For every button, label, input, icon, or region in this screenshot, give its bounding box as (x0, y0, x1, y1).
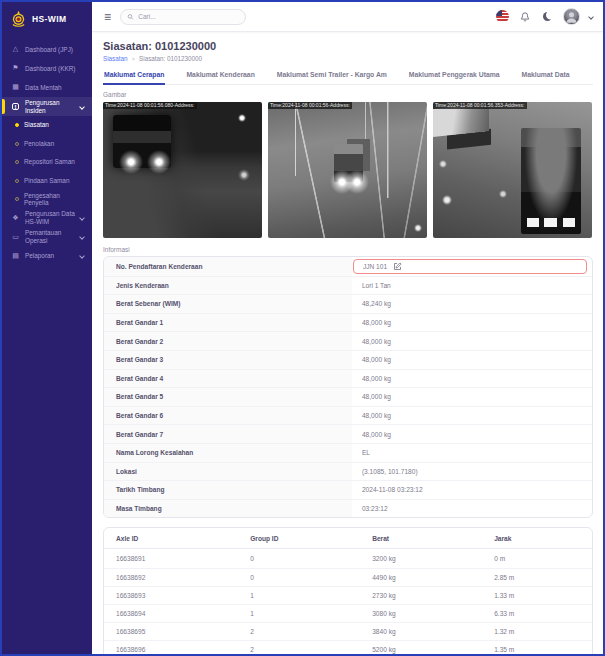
sidebar-item[interactable]: Siasatan (2, 116, 92, 135)
sidebar-item[interactable]: ❖ Pengurusan Data HS-WIM (2, 209, 92, 228)
sidebar-item-label: Dashboard (KKR) (25, 65, 86, 73)
cell-group-id: 1 (238, 610, 360, 617)
cctv-image-front[interactable]: Time:2024-11-08 00:01:56.080-Address: (103, 102, 262, 238)
chevron-down-icon (79, 234, 85, 240)
info-value: 03:23:12 (352, 500, 592, 518)
sidebar-item[interactable]: Penolakan (2, 135, 92, 154)
breadcrumb-link[interactable]: Siasatan (103, 55, 128, 62)
info-value-text: 48,000 kg (362, 319, 391, 326)
sidebar-item-label: Dashboard (JPJ) (25, 46, 86, 54)
info-value-text: JJN 101 (363, 263, 387, 270)
sidebar-item[interactable]: △ Dashboard (JPJ) (2, 40, 92, 59)
chevron-down-icon (79, 253, 85, 259)
info-label: Berat Gandar 4 (104, 370, 352, 388)
tab[interactable]: Maklumat Kenderaan (185, 71, 255, 84)
sidebar-item-label: Pengurusan Data HS-WIM (25, 210, 75, 225)
search-box[interactable] (120, 9, 246, 25)
sidebar-item-label: Pindaan Saman (24, 177, 86, 185)
breadcrumb-separator: > (132, 56, 136, 62)
sidebar-nav: △ Dashboard (JPJ) ⚑ Dashboard (KKR) ▦ Da… (2, 40, 92, 266)
info-label: Masa Timbang (104, 500, 352, 518)
image-gallery: Time:2024-11-08 00:01:56.080-Address: Ti… (103, 102, 593, 238)
avatar[interactable] (563, 8, 580, 25)
info-row: Jenis Kenderaan Lori 1 Tan (104, 276, 592, 295)
cell-jarak: 1.32 m (482, 628, 592, 635)
info-label: Berat Sebenar (WIM) (104, 295, 352, 313)
caret-down-icon[interactable] (588, 14, 594, 20)
table-row: 16638691 0 3200 kg 0 m (104, 549, 592, 567)
cell-group-id: 2 (238, 628, 360, 635)
sidebar-item[interactable]: ▦ Data Mentah (2, 78, 92, 97)
bell-icon[interactable] (517, 9, 532, 24)
person-icon (564, 9, 579, 24)
info-value-text: 48,000 kg (362, 393, 391, 400)
cctv-image-road[interactable]: Time:2024-11-08 00:01:56-Address: (268, 102, 427, 238)
info-value: 48,000 kg (352, 332, 592, 350)
table-row: 16638694 1 3080 kg 6.33 m (104, 604, 592, 622)
sidebar-item-label: Repositori Saman (24, 158, 86, 166)
informasi-section-label: Informasi (103, 246, 593, 253)
info-label: Berat Gandar 7 (104, 425, 352, 443)
tab[interactable]: Maklumat Penggerak Utama (408, 71, 501, 84)
cell-berat: 4490 kg (360, 574, 482, 581)
image-timestamp: Time:2024-11-08 00:01:56.080-Address: (103, 102, 197, 109)
us-flag-icon[interactable] (496, 10, 509, 23)
sidebar: HS-WIM △ Dashboard (JPJ) ⚑ Dashboard (KK… (2, 2, 92, 654)
info-label: Berat Gandar 3 (104, 351, 352, 369)
bullet-dot-icon (15, 142, 19, 146)
sidebar-item[interactable]: Pindaan Saman (2, 172, 92, 191)
info-row: Tarikh Timbang 2024-11-08 03:23:12 (104, 480, 592, 499)
brand: HS-WIM (2, 2, 92, 34)
info-row: Masa Timbang 03:23:12 (104, 499, 592, 518)
info-value-text: 48,000 kg (362, 338, 391, 345)
info-value-text: EL (362, 449, 370, 456)
info-label: Nama Lorong Kesalahan (104, 444, 352, 462)
sidebar-item-label: Pengurusan Insiden (25, 99, 75, 114)
info-label: Lokasi (104, 463, 352, 481)
cell-berat: 3080 kg (360, 610, 482, 617)
hamburger-icon[interactable]: ≡ (104, 11, 111, 23)
axle-table-header: Axle ID Group ID Berat Jarak (104, 528, 592, 549)
cctv-image-rear[interactable]: Time:2024-11-08 00:01:56.353-Address: (433, 102, 592, 238)
sidebar-item[interactable]: ▤ Pelaporan (2, 247, 92, 266)
info-row: Berat Gandar 1 48,000 kg (104, 313, 592, 332)
cell-axle-id: 16638691 (104, 555, 238, 562)
info-value-text: 48,000 kg (362, 356, 391, 363)
moon-icon[interactable] (540, 9, 555, 24)
cell-group-id: 0 (238, 574, 360, 581)
search-input[interactable] (138, 13, 239, 20)
info-value: 48,000 kg (352, 425, 592, 443)
image-timestamp: Time:2024-11-08 00:01:56-Address: (268, 102, 352, 109)
cell-jarak: 1.33 m (482, 592, 592, 599)
topbar: ≡ (92, 2, 603, 32)
table-row: 16638692 0 4490 kg 2.85 m (104, 568, 592, 586)
table-row: 16638696 2 5200 kg 1.35 m (104, 640, 592, 654)
jpj-crest-icon (10, 10, 27, 27)
bullet-dot-icon (15, 197, 19, 201)
cell-berat: 2730 kg (360, 592, 482, 599)
sidebar-item[interactable]: Repositori Saman (2, 153, 92, 172)
axle-column-header: Group ID (238, 535, 360, 542)
sidebar-item-label: Pemantauan Operasi (25, 229, 75, 244)
sidebar-item[interactable]: ▭ Pemantauan Operasi (2, 228, 92, 247)
sidebar-item[interactable]: ⚑ Dashboard (KKR) (2, 59, 92, 78)
tab[interactable]: Maklumat Data (521, 71, 571, 84)
info-row: Nama Lorong Kesalahan EL (104, 443, 592, 462)
info-value: 2024-11-08 03:23:12 (352, 481, 592, 499)
sidebar-item[interactable]: Pengesahan Penyelia (2, 190, 92, 209)
info-value: 48,000 kg (352, 314, 592, 332)
info-label: Jenis Kenderaan (104, 277, 352, 295)
cell-jarak: 6.33 m (482, 610, 592, 617)
info-row: Berat Gandar 4 48,000 kg (104, 369, 592, 388)
info-label: Berat Gandar 6 (104, 407, 352, 425)
cell-axle-id: 16638694 (104, 610, 238, 617)
tab[interactable]: Maklumat Semi Trailer - Kargo Am (276, 71, 388, 84)
sidebar-item-label: Data Mentah (25, 84, 86, 92)
edit-icon[interactable] (393, 262, 402, 271)
cell-jarak: 0 m (482, 555, 592, 562)
tab[interactable]: Maklumat Cerapan (103, 71, 165, 85)
sidebar-item[interactable]: ! Pengurusan Insiden (2, 97, 92, 116)
info-row: Berat Gandar 2 48,000 kg (104, 331, 592, 350)
gambar-section-label: Gambar (103, 91, 593, 98)
info-value-text: 2024-11-08 03:23:12 (362, 486, 423, 493)
